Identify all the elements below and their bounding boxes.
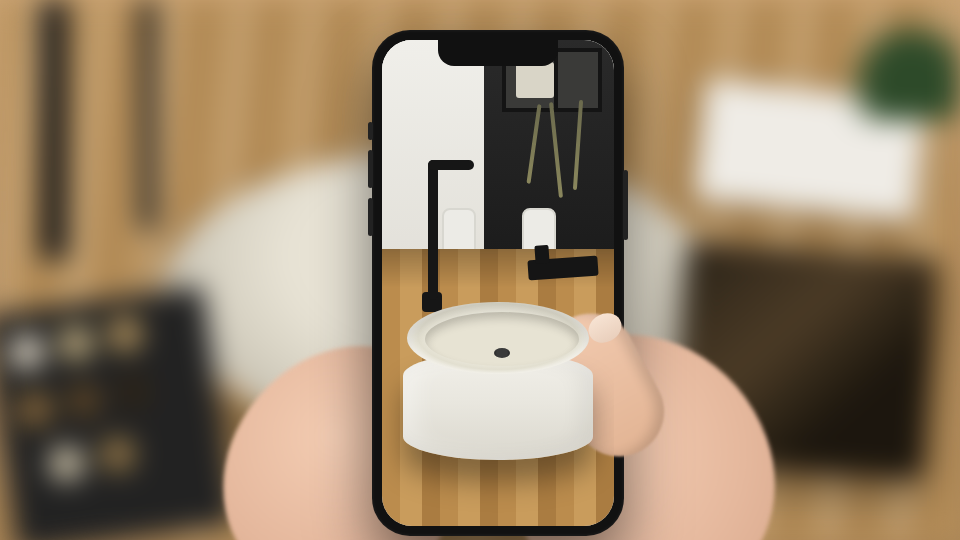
swatch-dot xyxy=(114,372,152,410)
ar-basin-drain xyxy=(494,348,510,358)
swatch-dot xyxy=(47,444,85,482)
swatch-dot xyxy=(106,315,144,353)
ar-faucet xyxy=(428,160,438,300)
swatch-dot xyxy=(99,435,137,473)
black-stand-left xyxy=(40,0,68,260)
ar-camera-view[interactable] xyxy=(382,40,614,526)
swatch-dot xyxy=(8,333,46,371)
swatch-dot xyxy=(57,324,95,362)
black-stand-left-2 xyxy=(140,0,156,230)
ar-vessel-sink[interactable] xyxy=(403,302,593,472)
swatch-dot xyxy=(16,390,54,428)
ar-hanging-vine xyxy=(527,104,542,184)
mute-switch[interactable] xyxy=(368,122,373,140)
power-button[interactable] xyxy=(623,170,628,240)
ar-basin-bowl xyxy=(425,312,579,366)
photo-scene xyxy=(0,0,960,540)
ar-basin-rim xyxy=(407,302,589,374)
display-notch xyxy=(438,40,558,66)
colour-swatch-board xyxy=(0,286,236,540)
smartphone[interactable] xyxy=(372,30,624,536)
swatch-dot xyxy=(65,381,103,419)
volume-down-button[interactable] xyxy=(368,198,373,236)
ar-hanging-vine xyxy=(573,100,583,190)
ar-hanging-vine xyxy=(549,102,563,198)
volume-up-button[interactable] xyxy=(368,150,373,188)
plant-corner xyxy=(840,0,960,120)
phone-screen[interactable] xyxy=(382,40,614,526)
